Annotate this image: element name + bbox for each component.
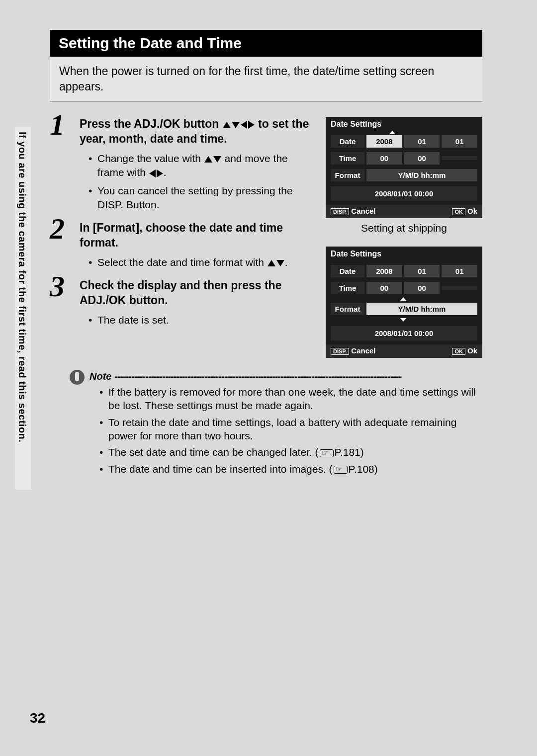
row-format: Format Y/M/D hh:mm xyxy=(331,301,477,316)
value-year: 2008 xyxy=(366,135,402,148)
note-dashes: ----------------------------------------… xyxy=(114,371,401,382)
note-item-1: If the battery is removed for more than … xyxy=(99,385,482,413)
note-heading: Note -----------------------------------… xyxy=(90,371,482,382)
ok-button-icon: OK xyxy=(452,208,465,215)
cancel-text: Cancel xyxy=(351,346,375,355)
step-heading: Check the display and then press the ADJ… xyxy=(80,278,316,308)
label-format: Format xyxy=(331,303,364,315)
ok-text: Ok xyxy=(467,207,477,215)
up-icon xyxy=(204,156,212,163)
sidebar-text: If you are using the camera for the firs… xyxy=(16,132,28,442)
up-icon xyxy=(268,260,275,266)
row-format: Format Y/M/D hh:mm xyxy=(331,168,477,182)
step-number: 1 xyxy=(50,108,65,142)
value-month: 01 xyxy=(404,135,440,148)
row-date: Date 2008 01 01 xyxy=(331,134,477,149)
step1-bullet-1: Change the value with and move the frame… xyxy=(89,152,316,180)
down-icon xyxy=(213,156,221,163)
label-date: Date xyxy=(331,135,364,148)
screen-format: Date Settings Date 2008 01 01 Time 00 00 xyxy=(326,247,482,358)
intro-box: When the power is turned on for the firs… xyxy=(50,57,482,102)
value-day: 01 xyxy=(442,135,477,148)
right-icon xyxy=(157,169,163,177)
value-day: 01 xyxy=(442,265,477,277)
text: P.108) xyxy=(349,463,378,475)
page-number: 32 xyxy=(30,710,45,726)
value-empty xyxy=(442,286,477,290)
value-month: 01 xyxy=(404,265,440,277)
label-date: Date xyxy=(331,265,364,277)
step-3: 3 Check the display and then press the A… xyxy=(50,278,316,327)
step3-bullet-1: The date is set. xyxy=(89,313,316,327)
text: . xyxy=(285,256,288,268)
step-number: 2 xyxy=(50,212,65,246)
step1-head-a: Press the ADJ./OK button xyxy=(80,117,222,130)
step-heading: In [Format], choose the date and time fo… xyxy=(80,221,316,251)
text: P.181) xyxy=(335,446,364,458)
step-1: 1 Press the ADJ./OK button to set the ye… xyxy=(50,117,316,212)
screen-title: Date Settings xyxy=(326,247,482,260)
label-time: Time xyxy=(331,282,364,294)
down-icon xyxy=(276,260,284,266)
up-indicator-icon xyxy=(400,297,406,301)
page-ref-icon xyxy=(334,466,348,474)
section-title: Setting the Date and Time xyxy=(50,30,482,57)
value-format: Y/M/D hh:mm xyxy=(366,303,477,315)
value-hh: 00 xyxy=(366,282,402,294)
foot-cancel: DISP.Cancel xyxy=(331,207,376,215)
row-time: Time 00 00 xyxy=(331,151,477,166)
preview-line: 2008/01/01 00:00 xyxy=(331,186,477,201)
disp-button-icon: DISP. xyxy=(331,348,349,355)
foot-ok: OKOk xyxy=(452,346,477,355)
label-time: Time xyxy=(331,152,364,165)
down-icon xyxy=(232,122,240,128)
text: The set date and time can be changed lat… xyxy=(108,446,319,458)
right-icon xyxy=(248,121,255,129)
cancel-text: Cancel xyxy=(351,207,375,215)
screen-title: Date Settings xyxy=(326,117,482,131)
value-mm: 00 xyxy=(404,282,440,294)
screen-caption: Setting at shipping xyxy=(326,222,482,234)
note-block: Note -----------------------------------… xyxy=(70,371,482,476)
up-indicator-icon xyxy=(389,131,395,134)
ok-text: Ok xyxy=(467,346,477,355)
row-time: Time 00 00 xyxy=(331,280,477,295)
text: . xyxy=(164,167,167,178)
foot-ok: OKOk xyxy=(452,207,477,215)
note-item-4: The date and time can be inserted into i… xyxy=(99,462,482,476)
value-mm: 00 xyxy=(404,152,440,165)
step2-bullet-1: Select the date and time format with . xyxy=(89,255,316,269)
text: Change the value with xyxy=(97,153,204,164)
value-year: 2008 xyxy=(366,265,402,277)
note-item-2: To retain the date and time settings, lo… xyxy=(99,416,482,443)
screen-shipping: Date Settings Date 2008 01 01 Time 00 00 xyxy=(326,117,482,218)
step1-bullet-2: You can cancel the setting by pressing t… xyxy=(89,184,316,212)
step-heading: Press the ADJ./OK button to set the year… xyxy=(80,117,316,147)
row-date: Date 2008 01 01 xyxy=(331,263,477,278)
value-empty xyxy=(442,156,477,160)
ok-button-icon: OK xyxy=(452,348,465,355)
left-icon xyxy=(241,121,247,129)
note-icon xyxy=(67,367,88,388)
note-label: Note xyxy=(90,371,111,382)
text: The date and time can be inserted into i… xyxy=(108,463,333,475)
down-indicator-icon xyxy=(400,318,406,322)
preview-line: 2008/01/01 00:00 xyxy=(331,326,477,340)
left-icon xyxy=(149,169,156,177)
value-hh: 00 xyxy=(366,152,402,165)
foot-cancel: DISP.Cancel xyxy=(331,346,376,355)
step-2: 2 In [Format], choose the date and time … xyxy=(50,221,316,269)
step-number: 3 xyxy=(50,269,65,304)
value-format: Y/M/D hh:mm xyxy=(366,169,477,181)
note-item-3: The set date and time can be changed lat… xyxy=(99,445,482,459)
up-icon xyxy=(223,122,231,128)
label-format: Format xyxy=(331,169,364,181)
text: Select the date and time format with xyxy=(97,256,267,268)
page-ref-icon xyxy=(320,449,334,457)
disp-button-icon: DISP. xyxy=(331,208,349,215)
